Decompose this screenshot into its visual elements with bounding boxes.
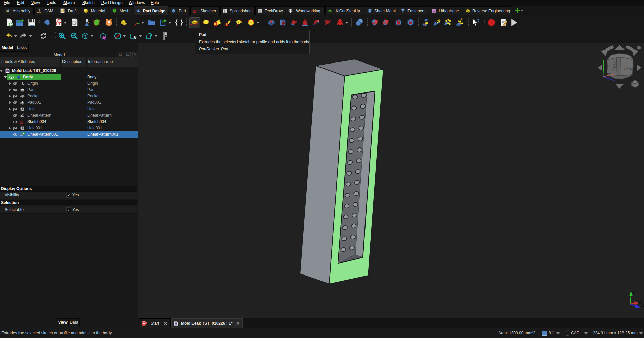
svg-text:Y: Y: [632, 289, 635, 295]
svg-text:Z: Z: [641, 302, 644, 308]
